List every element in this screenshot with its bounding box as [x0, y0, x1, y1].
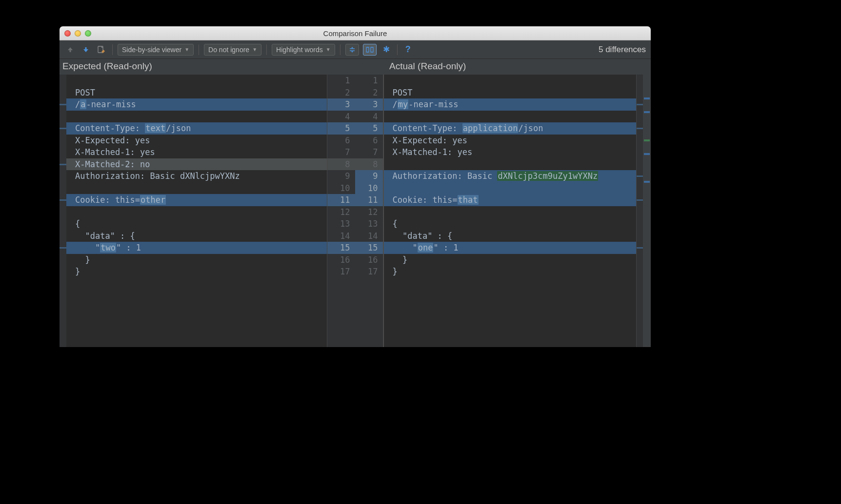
left-code: POST/a-near-missContent-Type: text/jsonX…: [66, 75, 327, 278]
gutter-line: 5: [355, 122, 383, 135]
help-button[interactable]: ?: [405, 44, 411, 55]
code-line: {: [384, 218, 637, 230]
code-line: [384, 75, 637, 87]
titlebar: Comparison Failure: [60, 26, 651, 40]
svg-rect-4: [371, 47, 373, 52]
gutter-line: 11: [355, 194, 383, 206]
ignore-mode-label: Do not ignore: [208, 46, 249, 54]
code-line: }: [384, 254, 637, 266]
toolbar-separator: [199, 44, 199, 55]
code-line: Cookie: this=that: [384, 194, 637, 206]
zoom-button[interactable]: [85, 30, 91, 37]
gutter-line: 3: [327, 98, 355, 111]
sync-scroll-button[interactable]: [363, 44, 377, 56]
chevron-down-icon: ▼: [252, 47, 257, 52]
left-pane-title: Expected (Read-only): [60, 59, 324, 75]
code-line: [384, 206, 637, 218]
gutter-line: 10: [355, 182, 383, 194]
collapse-icon: [348, 46, 356, 54]
code-line: [384, 111, 637, 123]
right-gutter: 1234567891011121314151617: [355, 75, 383, 347]
code-line: X-Matched-1: yes: [384, 146, 637, 158]
gutter-line: 10: [327, 182, 355, 194]
close-button[interactable]: [64, 30, 71, 37]
toolbar-separator: [397, 44, 398, 55]
gutter-line: 6: [327, 135, 355, 147]
code-line: "data" : {: [66, 230, 327, 242]
ignore-mode-dropdown[interactable]: Do not ignore ▼: [204, 44, 261, 56]
code-line: X-Expected: yes: [384, 135, 637, 147]
highlight-mode-label: Highlight words: [276, 46, 323, 54]
diff-editor: POST/a-near-missContent-Type: text/jsonX…: [60, 75, 651, 347]
code-line: Authorization: Basic dXNlcjp3cm9uZy1wYXN…: [384, 170, 637, 182]
gutter-line: 17: [355, 266, 383, 278]
gutter-line: 8: [355, 158, 383, 171]
code-line: POST: [384, 87, 637, 99]
diff-count: 5 differences: [599, 45, 646, 55]
edit-left-button[interactable]: [96, 44, 107, 56]
gutter-line: 8: [327, 158, 355, 171]
code-line: [66, 111, 327, 123]
svg-rect-3: [366, 47, 369, 52]
gutter-line: 14: [327, 230, 355, 242]
code-line: X-Matched-1: yes: [66, 146, 327, 158]
traffic-lights: [60, 30, 91, 37]
settings-button[interactable]: ✱: [380, 44, 392, 56]
sync-scroll-icon: [365, 46, 374, 54]
code-line: Authorization: Basic dXNlcjpwYXNz: [66, 170, 327, 182]
gutter-line: 17: [327, 266, 355, 278]
code-line: X-Expected: yes: [66, 135, 327, 147]
gutter-line: 9: [327, 170, 355, 182]
chevron-down-icon: ▼: [326, 47, 331, 52]
gutter-line: 5: [327, 122, 355, 135]
code-line: [66, 206, 327, 218]
svg-rect-0: [70, 50, 71, 52]
minimize-button[interactable]: [75, 30, 81, 37]
help-icon: ?: [405, 44, 411, 54]
prev-diff-button[interactable]: [64, 44, 76, 56]
code-line: X-Matched-2: no: [66, 158, 327, 171]
right-pane[interactable]: POST/my-near-missContent-Type: applicati…: [383, 75, 651, 347]
gutter-line: 2: [327, 87, 355, 99]
right-pane-title: Actual (Read-only): [382, 59, 651, 75]
gutter-line: 3: [355, 98, 383, 111]
code-line: Content-Type: text/json: [66, 122, 327, 135]
gutter-line: 14: [355, 230, 383, 242]
arrow-up-icon: [66, 46, 74, 54]
code-line: /my-near-miss: [384, 98, 637, 111]
code-line: [66, 182, 327, 194]
code-line: [66, 75, 327, 87]
gutter-line: 7: [327, 146, 355, 158]
gutter-line: 4: [355, 111, 383, 123]
gutter-line: 15: [327, 242, 355, 254]
chevron-down-icon: ▼: [184, 47, 189, 52]
gutter-line: 7: [355, 146, 383, 158]
code-line: Cookie: this=other: [66, 194, 327, 206]
gutter-line: 16: [355, 254, 383, 266]
arrow-down-icon: [82, 46, 90, 54]
gutter-line: 4: [327, 111, 355, 123]
next-diff-button[interactable]: [80, 44, 92, 56]
code-line: }: [66, 254, 327, 266]
gutter-line: 13: [355, 218, 383, 230]
toolbar-separator: [266, 44, 267, 55]
window-title: Comparison Failure: [60, 29, 651, 38]
collapse-unchanged-button[interactable]: [345, 44, 359, 56]
gutter-line: 1: [327, 75, 355, 87]
left-pane[interactable]: POST/a-near-missContent-Type: text/jsonX…: [60, 75, 327, 347]
code-line: {: [66, 218, 327, 230]
diff-window: Comparison Failure Side-by-side viewer ▼…: [60, 26, 651, 347]
highlight-mode-dropdown[interactable]: Highlight words ▼: [272, 44, 335, 56]
file-edit-icon: [97, 45, 106, 54]
left-change-markers: [60, 75, 66, 347]
overview-ruler[interactable]: [643, 75, 651, 347]
gutter-line: 16: [327, 254, 355, 266]
gutter-line: 6: [355, 135, 383, 147]
gutter-line: 9: [355, 170, 383, 182]
gutter-line: 2: [355, 87, 383, 99]
toolbar-separator: [340, 44, 340, 55]
code-line: POST: [66, 87, 327, 99]
viewer-mode-dropdown[interactable]: Side-by-side viewer ▼: [118, 44, 194, 56]
viewer-mode-label: Side-by-side viewer: [122, 46, 181, 54]
right-change-markers: [636, 75, 643, 347]
